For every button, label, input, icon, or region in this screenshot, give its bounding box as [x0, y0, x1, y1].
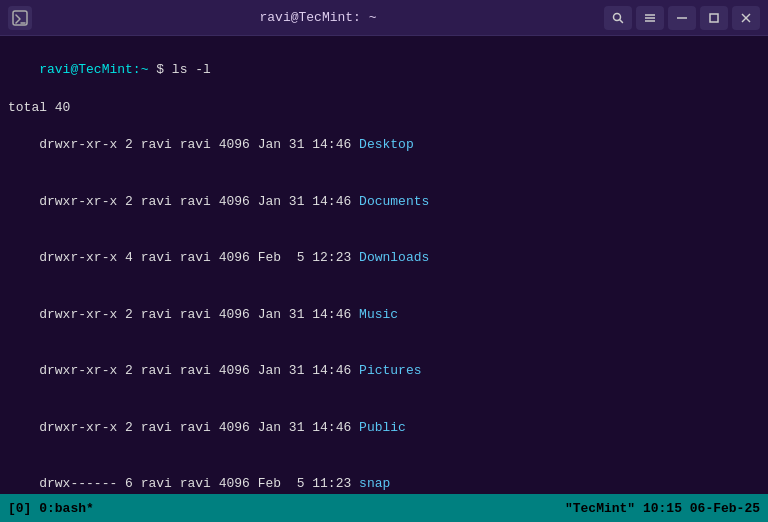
maximize-button[interactable] — [700, 6, 728, 30]
terminal-icon — [8, 6, 32, 30]
prompt-user-1: ravi@TecMint — [39, 62, 133, 77]
ls-entry-2: drwxr-xr-x 2 ravi ravi 4096 Jan 31 14:46… — [8, 174, 760, 231]
prompt-path-1: :~ — [133, 62, 149, 77]
statusbar: [0] 0:bash* "TecMint" 10:15 06-Feb-25 — [0, 494, 768, 522]
ls-entry-7: drwx------ 6 ravi ravi 4096 Feb 5 11:23 … — [8, 457, 760, 494]
ls-entry-4: drwxr-xr-x 2 ravi ravi 4096 Jan 31 14:46… — [8, 287, 760, 344]
command-1: $ ls -l — [156, 62, 211, 77]
ls-entry-3: drwxr-xr-x 4 ravi ravi 4096 Feb 5 12:23 … — [8, 230, 760, 287]
window-controls — [604, 6, 760, 30]
ls-total: total 40 — [8, 99, 760, 118]
statusbar-left: [0] 0:bash* — [8, 501, 94, 516]
statusbar-right: "TecMint" 10:15 06-Feb-25 — [565, 501, 760, 516]
window-title: ravi@TecMint: ~ — [32, 10, 604, 25]
search-button[interactable] — [604, 6, 632, 30]
ls-entry-5: drwxr-xr-x 2 ravi ravi 4096 Jan 31 14:46… — [8, 344, 760, 401]
titlebar: ravi@TecMint: ~ — [0, 0, 768, 36]
ls-entry-6: drwxr-xr-x 2 ravi ravi 4096 Jan 31 14:46… — [8, 400, 760, 457]
prompt-line-1: ravi@TecMint:~ $ ls -l — [8, 42, 760, 99]
menu-button[interactable] — [636, 6, 664, 30]
close-button[interactable] — [732, 6, 760, 30]
svg-line-3 — [620, 19, 623, 22]
minimize-button[interactable] — [668, 6, 696, 30]
ls-entry-1: drwxr-xr-x 2 ravi ravi 4096 Jan 31 14:46… — [8, 117, 760, 174]
terminal-area: ravi@TecMint:~ $ ls -l total 40 drwxr-xr… — [0, 36, 768, 494]
svg-rect-8 — [710, 14, 718, 22]
